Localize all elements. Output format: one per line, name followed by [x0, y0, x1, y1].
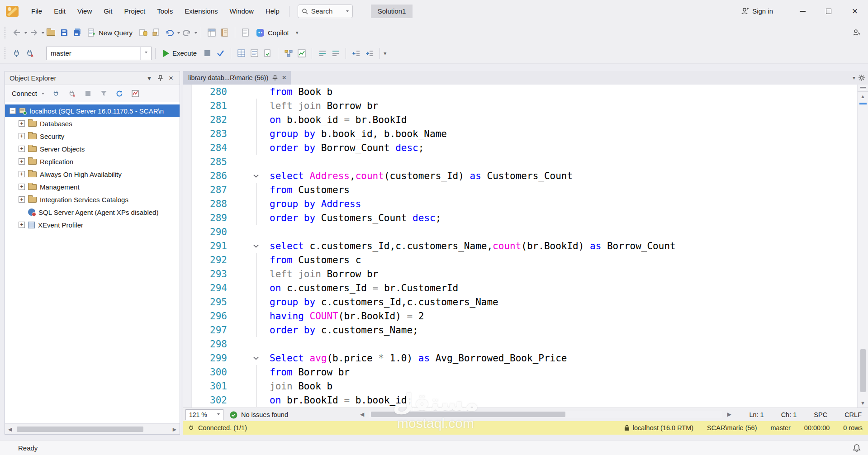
nav-back-caret-icon[interactable]: [24, 32, 27, 35]
editor-vscrollbar[interactable]: ▲ ▼: [857, 85, 868, 408]
scroll-down-icon[interactable]: ▼: [858, 398, 868, 408]
decrease-indent-icon[interactable]: [350, 47, 362, 59]
uncomment-icon[interactable]: [329, 47, 342, 59]
tree-item[interactable]: SQL Server Agent (Agent XPs disabled): [5, 206, 180, 218]
tree-item[interactable]: +Integration Services Catalogs: [5, 193, 180, 206]
menu-item-tools[interactable]: Tools: [151, 0, 179, 22]
scrollbar-thumb[interactable]: [860, 349, 866, 392]
new-database-query-icon[interactable]: [137, 27, 149, 39]
code-line[interactable]: 285: [183, 155, 857, 169]
issues-indicator[interactable]: No issues found: [230, 408, 288, 422]
code-line[interactable]: 280from Book b: [183, 85, 857, 99]
tree-expander[interactable]: +: [19, 146, 25, 152]
tree-collapse-icon[interactable]: −: [9, 108, 16, 114]
nav-back-button[interactable]: [10, 27, 23, 39]
new-query-button[interactable]: New Query: [84, 26, 137, 39]
object-explorer-hscrollbar[interactable]: ◀ ▶: [5, 423, 180, 434]
scroll-right-icon[interactable]: ▶: [170, 424, 180, 435]
database-selector[interactable]: master: [46, 47, 152, 60]
line-ending-indicator[interactable]: CRLF: [844, 411, 862, 418]
connect-plug-icon[interactable]: [10, 47, 23, 59]
code-line[interactable]: 284order by Borrow_Count desc;: [183, 141, 857, 155]
document-icon[interactable]: [239, 27, 251, 39]
maximize-button[interactable]: [816, 0, 842, 22]
save-button[interactable]: [58, 27, 70, 39]
refresh-icon[interactable]: [114, 87, 126, 100]
connect-object-icon[interactable]: [50, 87, 62, 100]
tree-item[interactable]: +Replication: [5, 155, 180, 168]
fold-collapse-icon[interactable]: [242, 239, 270, 253]
tree-item-server[interactable]: − localhost (SQL Server 16.0.1170.5 - SC…: [5, 104, 180, 117]
open-file-button[interactable]: [45, 27, 57, 39]
pin-icon[interactable]: [155, 73, 166, 84]
copilot-button[interactable]: Copilot: [252, 26, 293, 39]
tree-item[interactable]: +XEvent Profiler: [5, 218, 180, 231]
disconnect-icon[interactable]: [66, 87, 78, 100]
toolbar-overflow-icon[interactable]: ▾: [296, 29, 299, 36]
nav-forward-button[interactable]: [28, 27, 40, 39]
splitter-handle[interactable]: [858, 85, 868, 92]
connect-button[interactable]: Connect: [9, 88, 47, 100]
space-mode-indicator[interactable]: SPC: [814, 411, 827, 418]
live-stats-icon[interactable]: [295, 47, 308, 59]
results-grid-icon[interactable]: [235, 47, 247, 59]
redo-button[interactable]: [180, 27, 193, 39]
toolbar-grip[interactable]: [5, 47, 7, 59]
code-line[interactable]: 293left join Borrow br: [183, 267, 857, 281]
tree-expander[interactable]: +: [19, 222, 25, 228]
notebook-icon[interactable]: [218, 27, 231, 39]
close-button[interactable]: ×: [842, 0, 868, 22]
parse-button[interactable]: [214, 47, 227, 59]
notifications-bell-icon[interactable]: [853, 444, 861, 452]
tree-item[interactable]: +Always On High Availability: [5, 168, 180, 180]
code-line[interactable]: 296having COUNT(br.BookId) = 2: [183, 309, 857, 323]
increase-indent-icon[interactable]: [363, 47, 375, 59]
scroll-left-icon[interactable]: ◀: [5, 424, 15, 435]
results-file-icon[interactable]: [261, 47, 274, 59]
tree-expander[interactable]: +: [19, 171, 25, 177]
stop-icon[interactable]: [82, 87, 94, 100]
menu-item-help[interactable]: Help: [260, 0, 285, 22]
user-key-icon[interactable]: [850, 27, 863, 39]
change-connection-icon[interactable]: [24, 47, 36, 59]
toolbar-overflow-icon[interactable]: ▾: [384, 50, 386, 57]
menu-item-file[interactable]: File: [25, 0, 48, 22]
code-line[interactable]: 281left join Borrow br: [183, 99, 857, 113]
menu-item-extensions[interactable]: Extensions: [179, 0, 223, 22]
editor-tab[interactable]: library datab...R\marie (56)) ×: [183, 71, 291, 85]
code-editor[interactable]: 280from Book b281left join Borrow br282o…: [183, 85, 868, 408]
code-line[interactable]: 286select Address,count(customers_Id) as…: [183, 169, 857, 183]
sign-in-button[interactable]: Sign in: [741, 7, 773, 15]
menu-item-edit[interactable]: Edit: [48, 0, 71, 22]
code-line[interactable]: 287from Customers: [183, 183, 857, 197]
filter-icon[interactable]: [98, 87, 110, 100]
code-line[interactable]: 283group by b.book_id, b.book_Name: [183, 127, 857, 141]
code-line[interactable]: 302on br.BookId = b.book_id;: [183, 393, 857, 407]
code-line[interactable]: 301join Book b: [183, 379, 857, 393]
comment-icon[interactable]: [316, 47, 328, 59]
menu-item-window[interactable]: Window: [224, 0, 260, 22]
search-input[interactable]: Search: [298, 5, 353, 18]
tree-expander[interactable]: +: [19, 120, 25, 127]
fold-collapse-icon[interactable]: [242, 169, 270, 183]
tree-item[interactable]: +Security: [5, 130, 180, 142]
scroll-right-icon[interactable]: ▶: [727, 411, 731, 417]
code-line[interactable]: 297order by c.customers_Name;: [183, 323, 857, 337]
toolbar-grip[interactable]: [5, 27, 7, 38]
database-selector-dropdown[interactable]: [140, 47, 151, 60]
tree-item[interactable]: +Management: [5, 180, 180, 193]
code-line[interactable]: 288group by Address: [183, 197, 857, 211]
pin-icon[interactable]: [272, 75, 278, 81]
tree-expander[interactable]: +: [19, 158, 25, 165]
activity-monitor-icon[interactable]: [129, 87, 142, 100]
scroll-left-icon[interactable]: ◀: [360, 411, 364, 417]
code-line[interactable]: 294on c.customers_Id = br.CustomerId: [183, 281, 857, 295]
solution-selector[interactable]: Solution1: [371, 5, 413, 18]
redo-caret-icon[interactable]: [194, 32, 197, 35]
tree-item[interactable]: +Server Objects: [5, 142, 180, 155]
active-files-dropdown-icon[interactable]: ▾: [853, 75, 855, 81]
tree-expander[interactable]: +: [19, 196, 25, 203]
code-line[interactable]: 289order by Customers_Count desc;: [183, 211, 857, 225]
nav-forward-caret-icon[interactable]: [42, 32, 44, 35]
activity-grid-icon[interactable]: [205, 27, 218, 39]
